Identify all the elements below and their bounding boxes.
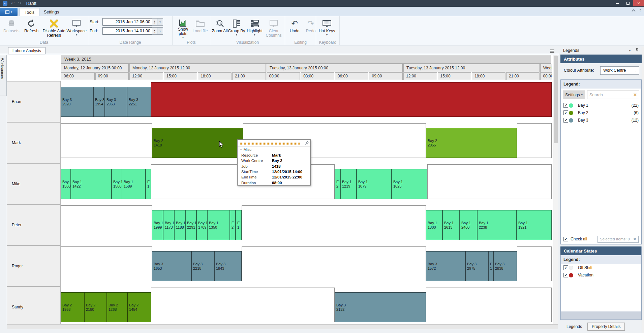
task-bar[interactable]: Bay 32920 xyxy=(61,87,93,117)
calendar-state-checkbox[interactable]: ✓ xyxy=(563,265,568,270)
task-bar[interactable]: Bay 32975 xyxy=(465,251,488,281)
panel-scrollbar[interactable] xyxy=(642,47,644,333)
minimize-button[interactable] xyxy=(612,0,622,6)
task-bar[interactable]: Bay 31572 xyxy=(426,251,465,281)
load-file-button[interactable]: Load file xyxy=(192,17,208,39)
task-bar[interactable]: Bay 32251 xyxy=(127,87,151,117)
workspace-button[interactable]: Workspace ▾ xyxy=(67,17,87,39)
task-bar[interactable]: Bay 32132 xyxy=(335,292,426,322)
disable-auto-refresh-button[interactable]: Disable Auto Refresh xyxy=(41,17,67,39)
legend-item-checkbox[interactable]: ✓ xyxy=(563,103,568,108)
undo-button[interactable]: ↶ Undo xyxy=(286,17,303,39)
pin-icon[interactable] xyxy=(304,141,309,147)
zoom-all-button[interactable]: Zoom All xyxy=(212,17,228,39)
task-bar[interactable]: Bay 11589 xyxy=(122,169,146,199)
panel-pin-icon[interactable] xyxy=(635,48,639,53)
hot-keys-button[interactable]: Hot Keys ▾ xyxy=(317,17,336,39)
task-bar[interactable]: Bay 22055 xyxy=(426,128,517,158)
show-plots-button[interactable]: Show plots ▾ xyxy=(174,17,192,39)
vertical-scrollbar[interactable] xyxy=(553,55,558,324)
task-bar[interactable]: Bay 21454 xyxy=(127,292,151,322)
help-icon[interactable]: ? xyxy=(639,9,641,13)
task-bar[interactable]: Bay 21418 xyxy=(152,128,243,158)
task-bar[interactable]: E2 xyxy=(335,169,340,199)
highlight-button[interactable]: Highlight ▾ xyxy=(245,17,264,39)
task-bar[interactable]: Bay 31843 xyxy=(214,251,242,281)
end-date-dropdown[interactable]: ▾ xyxy=(157,27,163,35)
vacation-bar[interactable] xyxy=(151,82,552,117)
task-bar[interactable]: Bay 12400 xyxy=(460,210,477,240)
panel-tab-property-details[interactable]: Property Details xyxy=(587,323,625,331)
legend-item-checkbox[interactable]: ✓ xyxy=(563,118,568,123)
collapse-ribbon-chevron-icon[interactable] xyxy=(631,9,636,13)
clear-selection-icon[interactable]: ✕ xyxy=(633,237,636,241)
task-bar[interactable]: Bay 21268 xyxy=(107,292,127,322)
tooltip-group-header[interactable]: − Misc xyxy=(238,146,310,152)
panel-caret-down-icon[interactable]: ▾ xyxy=(629,49,631,52)
task-bar[interactable]: Bay 32963 xyxy=(105,87,127,117)
task-bar[interactable]: Bay 12613 xyxy=(442,210,460,240)
task-bar[interactable]: Bay 11350 xyxy=(207,210,230,240)
calendar-state-item[interactable]: ✓Vacation xyxy=(561,271,641,279)
task-bar[interactable]: Bay 11422 xyxy=(71,169,112,199)
task-bar[interactable]: Bay 11079 xyxy=(357,169,392,199)
start-date-input[interactable]: 2015 Jan 12 06:00 xyxy=(102,18,152,26)
legend-item[interactable]: ✓Bay 1(22) xyxy=(561,102,641,109)
selected-items-box[interactable]: Selected Items: 0 ✕ xyxy=(597,236,639,243)
close-button[interactable]: ✕ xyxy=(633,0,644,6)
task-bar[interactable]: Bay 21953 xyxy=(61,292,84,322)
task-bar[interactable]: Bay 22180 xyxy=(84,292,107,322)
tab-labour-analysis[interactable]: Labour Analysis xyxy=(8,47,45,54)
collapse-minus-icon[interactable]: − xyxy=(240,147,242,152)
horizontal-scrollbar[interactable] xyxy=(7,324,558,329)
quick-redo-icon[interactable]: ↷ xyxy=(18,0,22,7)
task-bar[interactable]: Bay 12238 xyxy=(477,210,517,240)
task-bar[interactable]: Bay 11800 xyxy=(426,210,442,240)
settings-button[interactable]: Settings▾ xyxy=(563,91,585,99)
task-bar[interactable]: Bay 11709 xyxy=(196,210,207,240)
refresh-button[interactable]: Refresh xyxy=(21,17,41,39)
legend-item-checkbox[interactable]: ✓ xyxy=(563,110,568,115)
task-bar[interactable]: Bay 11560 xyxy=(112,169,122,199)
task-bar[interactable]: E1 xyxy=(488,251,493,281)
workspaces-side-tab[interactable]: Workspaces xyxy=(0,55,7,96)
clear-columns-button[interactable]: Clear Columns xyxy=(264,17,283,39)
application-menu-button[interactable]: ▾ xyxy=(0,8,18,16)
task-bar[interactable]: E1 xyxy=(236,210,242,240)
legend-item[interactable]: ✓Bay 2(6) xyxy=(561,109,641,116)
task-bar[interactable]: Bay 11921 xyxy=(517,210,552,240)
legend-item[interactable]: ✓Bay 3(12) xyxy=(561,116,641,124)
calendar-state-checkbox[interactable]: ✓ xyxy=(563,273,568,277)
task-bar[interactable]: E1 xyxy=(146,169,151,199)
task-bar[interactable]: Bay 11173 xyxy=(163,210,174,240)
task-bar[interactable]: Bay 11999 xyxy=(152,210,163,240)
end-date-spinner[interactable]: ▲▼ xyxy=(152,27,157,35)
tooltip-drag-handle[interactable] xyxy=(240,141,300,145)
calendar-state-item[interactable]: ✓Off Shift xyxy=(561,264,641,271)
task-bar[interactable]: Bay 32218 xyxy=(191,251,214,281)
search-input[interactable]: Search ✕ xyxy=(587,91,639,99)
tab-list-icon[interactable] xyxy=(550,48,555,55)
panel-tab-legends[interactable]: Legends xyxy=(562,323,586,331)
scrollbar-thumb[interactable] xyxy=(554,56,558,143)
end-date-input[interactable]: 2015 Jan 14 01:00 xyxy=(102,27,152,35)
task-bar[interactable]: Bay 11360 xyxy=(61,169,71,199)
task-bar[interactable]: Bay 12291 xyxy=(185,210,196,240)
task-bar[interactable]: Bay 11219 xyxy=(340,169,357,199)
task-bar[interactable]: Bay 31653 xyxy=(152,251,191,281)
clear-search-icon[interactable]: ✕ xyxy=(633,92,637,97)
colour-attribute-dropdown[interactable]: Work Centre ⌄ xyxy=(600,66,639,75)
tab-settings[interactable]: Settings xyxy=(39,8,64,16)
group-by-button[interactable]: Group By ▾ xyxy=(228,17,245,39)
maximize-button[interactable] xyxy=(622,0,633,6)
task-bar[interactable]: Bay 11625 xyxy=(392,169,427,199)
task-bar[interactable]: Bay 32838 xyxy=(493,251,517,281)
task-bar[interactable]: E2 xyxy=(230,210,236,240)
task-bar[interactable]: Bay 11188 xyxy=(174,210,185,240)
tab-tools[interactable]: Tools xyxy=(20,8,39,16)
start-date-spinner[interactable]: ▲▼ xyxy=(152,18,157,26)
check-all-checkbox[interactable]: ✓ xyxy=(563,237,568,241)
task-bar[interactable]: Bay 31954 xyxy=(93,87,105,117)
quick-undo-icon[interactable]: ↶ xyxy=(11,0,14,7)
datasets-button[interactable]: Datasets xyxy=(1,17,21,39)
